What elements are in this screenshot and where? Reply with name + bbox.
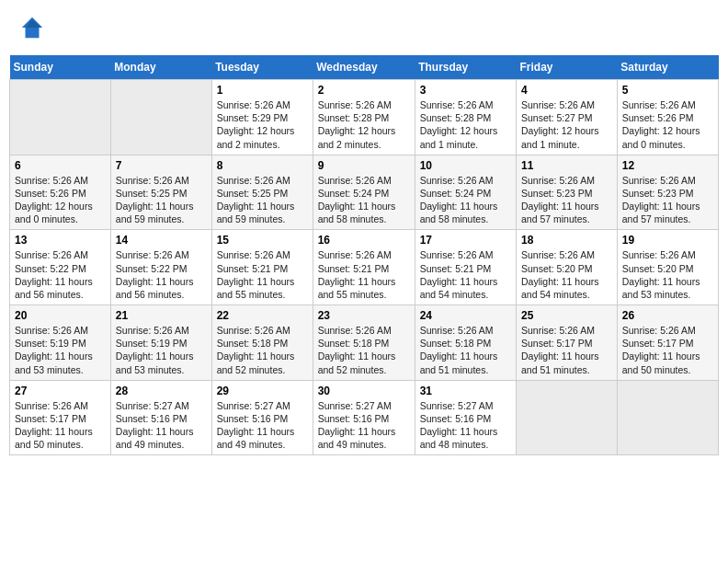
day-content: Sunrise: 5:26 AMSunset: 5:21 PMDaylight:… (217, 248, 308, 301)
calendar-cell: 25Sunrise: 5:26 AMSunset: 5:17 PMDayligh… (516, 305, 617, 381)
calendar-cell: 21Sunrise: 5:26 AMSunset: 5:19 PMDayligh… (110, 305, 211, 381)
day-number: 28 (116, 385, 207, 397)
day-content: Sunrise: 5:26 AMSunset: 5:27 PMDaylight:… (521, 98, 612, 151)
day-content: Sunrise: 5:26 AMSunset: 5:21 PMDaylight:… (420, 248, 511, 301)
calendar-cell: 1Sunrise: 5:26 AMSunset: 5:29 PMDaylight… (211, 80, 313, 155)
calendar-cell: 3Sunrise: 5:26 AMSunset: 5:28 PMDaylight… (415, 80, 516, 155)
day-number: 22 (217, 309, 308, 322)
day-content: Sunrise: 5:26 AMSunset: 5:17 PMDaylight:… (15, 399, 106, 452)
day-number: 30 (318, 385, 410, 397)
day-content: Sunrise: 5:26 AMSunset: 5:17 PMDaylight:… (622, 324, 713, 376)
day-content: Sunrise: 5:26 AMSunset: 5:28 PMDaylight:… (420, 98, 511, 151)
calendar-table: SundayMondayTuesdayWednesdayThursdayFrid… (9, 55, 719, 455)
calendar-cell: 8Sunrise: 5:26 AMSunset: 5:25 PMDaylight… (211, 155, 313, 230)
calendar-cell (617, 380, 718, 455)
day-content: Sunrise: 5:26 AMSunset: 5:18 PMDaylight:… (217, 324, 308, 376)
day-number: 31 (420, 385, 511, 397)
calendar-cell: 22Sunrise: 5:26 AMSunset: 5:18 PMDayligh… (211, 305, 313, 381)
calendar-week-row: 27Sunrise: 5:26 AMSunset: 5:17 PMDayligh… (10, 380, 719, 455)
day-number: 18 (521, 234, 612, 247)
day-number: 25 (521, 309, 612, 322)
day-number: 13 (15, 234, 106, 247)
calendar-cell: 15Sunrise: 5:26 AMSunset: 5:21 PMDayligh… (211, 230, 313, 305)
day-content: Sunrise: 5:26 AMSunset: 5:21 PMDaylight:… (318, 248, 410, 301)
day-content: Sunrise: 5:26 AMSunset: 5:24 PMDaylight:… (420, 174, 511, 226)
day-content: Sunrise: 5:26 AMSunset: 5:20 PMDaylight:… (622, 248, 713, 301)
day-number: 24 (420, 309, 511, 322)
calendar-cell: 23Sunrise: 5:26 AMSunset: 5:18 PMDayligh… (313, 305, 415, 381)
calendar-cell: 17Sunrise: 5:26 AMSunset: 5:21 PMDayligh… (415, 230, 516, 305)
column-header-friday: Friday (516, 55, 617, 80)
day-content: Sunrise: 5:26 AMSunset: 5:23 PMDaylight:… (521, 174, 612, 226)
day-number: 5 (622, 84, 713, 97)
day-content: Sunrise: 5:26 AMSunset: 5:23 PMDaylight:… (622, 174, 713, 226)
calendar-cell: 28Sunrise: 5:27 AMSunset: 5:16 PMDayligh… (110, 380, 211, 455)
day-number: 1 (217, 84, 308, 97)
day-number: 26 (622, 309, 713, 322)
calendar-cell: 30Sunrise: 5:27 AMSunset: 5:16 PMDayligh… (313, 380, 415, 455)
calendar-cell: 5Sunrise: 5:26 AMSunset: 5:26 PMDaylight… (617, 80, 718, 155)
calendar-cell: 16Sunrise: 5:26 AMSunset: 5:21 PMDayligh… (313, 230, 415, 305)
column-header-sunday: Sunday (10, 55, 111, 80)
column-header-saturday: Saturday (617, 55, 718, 80)
column-header-monday: Monday (110, 55, 211, 80)
calendar-cell: 4Sunrise: 5:26 AMSunset: 5:27 PMDaylight… (516, 80, 617, 155)
day-number: 6 (15, 159, 106, 172)
calendar-cell: 14Sunrise: 5:26 AMSunset: 5:22 PMDayligh… (110, 230, 211, 305)
page-header (9, 9, 719, 46)
calendar-cell: 12Sunrise: 5:26 AMSunset: 5:23 PMDayligh… (617, 155, 718, 230)
day-content: Sunrise: 5:26 AMSunset: 5:26 PMDaylight:… (15, 174, 106, 226)
day-number: 3 (420, 84, 511, 97)
calendar-cell: 11Sunrise: 5:26 AMSunset: 5:23 PMDayligh… (516, 155, 617, 230)
day-content: Sunrise: 5:26 AMSunset: 5:22 PMDaylight:… (15, 248, 106, 301)
calendar-cell: 31Sunrise: 5:27 AMSunset: 5:16 PMDayligh… (415, 380, 516, 455)
day-content: Sunrise: 5:27 AMSunset: 5:16 PMDaylight:… (318, 399, 410, 452)
day-number: 8 (217, 159, 308, 172)
calendar-cell: 7Sunrise: 5:26 AMSunset: 5:25 PMDaylight… (110, 155, 211, 230)
calendar-cell: 9Sunrise: 5:26 AMSunset: 5:24 PMDaylight… (313, 155, 415, 230)
day-number: 20 (15, 309, 106, 322)
day-number: 19 (622, 234, 713, 247)
day-number: 29 (217, 385, 308, 397)
day-number: 15 (217, 234, 308, 247)
calendar-week-row: 1Sunrise: 5:26 AMSunset: 5:29 PMDaylight… (10, 80, 719, 155)
day-content: Sunrise: 5:26 AMSunset: 5:24 PMDaylight:… (318, 174, 410, 226)
day-content: Sunrise: 5:27 AMSunset: 5:16 PMDaylight:… (116, 399, 207, 452)
calendar-cell: 29Sunrise: 5:27 AMSunset: 5:16 PMDayligh… (211, 380, 313, 455)
day-content: Sunrise: 5:26 AMSunset: 5:29 PMDaylight:… (217, 98, 308, 151)
day-number: 17 (420, 234, 511, 247)
calendar-week-row: 20Sunrise: 5:26 AMSunset: 5:19 PMDayligh… (10, 305, 719, 381)
calendar-week-row: 13Sunrise: 5:26 AMSunset: 5:22 PMDayligh… (10, 230, 719, 305)
calendar-cell (516, 380, 617, 455)
day-number: 14 (116, 234, 207, 247)
calendar-header-row: SundayMondayTuesdayWednesdayThursdayFrid… (10, 55, 719, 80)
day-content: Sunrise: 5:26 AMSunset: 5:19 PMDaylight:… (116, 324, 207, 376)
day-content: Sunrise: 5:27 AMSunset: 5:16 PMDaylight:… (217, 399, 308, 452)
day-number: 23 (318, 309, 410, 322)
column-header-thursday: Thursday (415, 55, 516, 80)
calendar-cell (10, 80, 111, 155)
day-content: Sunrise: 5:26 AMSunset: 5:20 PMDaylight:… (521, 248, 612, 301)
calendar-cell: 10Sunrise: 5:26 AMSunset: 5:24 PMDayligh… (415, 155, 516, 230)
day-number: 16 (318, 234, 410, 247)
day-content: Sunrise: 5:26 AMSunset: 5:25 PMDaylight:… (217, 174, 308, 226)
day-number: 9 (318, 159, 410, 172)
day-content: Sunrise: 5:26 AMSunset: 5:22 PMDaylight:… (116, 248, 207, 301)
day-content: Sunrise: 5:26 AMSunset: 5:28 PMDaylight:… (318, 98, 410, 151)
calendar-cell: 6Sunrise: 5:26 AMSunset: 5:26 PMDaylight… (10, 155, 111, 230)
day-number: 27 (15, 385, 106, 397)
calendar-cell: 27Sunrise: 5:26 AMSunset: 5:17 PMDayligh… (10, 380, 111, 455)
day-content: Sunrise: 5:26 AMSunset: 5:25 PMDaylight:… (116, 174, 207, 226)
logo (18, 14, 50, 41)
day-number: 12 (622, 159, 713, 172)
day-content: Sunrise: 5:26 AMSunset: 5:18 PMDaylight:… (420, 324, 511, 376)
day-content: Sunrise: 5:26 AMSunset: 5:19 PMDaylight:… (15, 324, 106, 376)
day-number: 4 (521, 84, 612, 97)
calendar-cell: 2Sunrise: 5:26 AMSunset: 5:28 PMDaylight… (313, 80, 415, 155)
calendar-cell: 20Sunrise: 5:26 AMSunset: 5:19 PMDayligh… (10, 305, 111, 381)
calendar-cell (110, 80, 211, 155)
calendar-cell: 26Sunrise: 5:26 AMSunset: 5:17 PMDayligh… (617, 305, 718, 381)
day-content: Sunrise: 5:26 AMSunset: 5:18 PMDaylight:… (318, 324, 410, 376)
day-number: 7 (116, 159, 207, 172)
day-content: Sunrise: 5:26 AMSunset: 5:17 PMDaylight:… (521, 324, 612, 376)
